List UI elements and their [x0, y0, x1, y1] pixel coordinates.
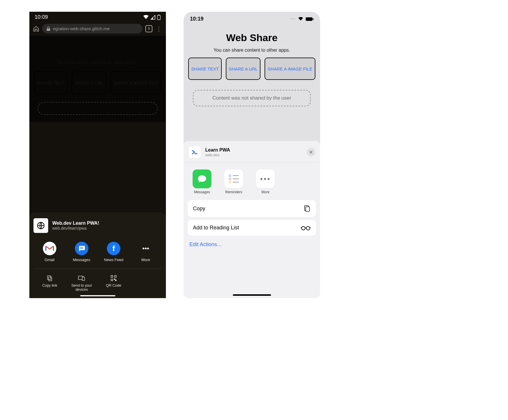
status-time: 10:09 — [35, 14, 48, 20]
android-page: Web Share You can share content to other… — [29, 36, 166, 122]
option-copy[interactable]: Copy — [188, 200, 316, 217]
lock-icon — [46, 26, 51, 31]
share-target-more[interactable]: ••• More — [253, 169, 278, 194]
overflow-menu-icon[interactable]: ⋮ — [155, 25, 162, 32]
svg-rect-15 — [306, 17, 312, 21]
messages-icon — [75, 242, 88, 255]
svg-rect-10 — [111, 275, 113, 277]
page-caption: You can share content to other apps. — [187, 48, 317, 53]
ios-device: 10:19 •••• Web Share You can share conte… — [184, 12, 320, 298]
messages-icon — [193, 169, 211, 188]
address-bar[interactable]: egration-web-share.glitch.me — [42, 24, 142, 33]
svg-rect-1 — [158, 15, 159, 15]
svg-rect-18 — [306, 207, 309, 211]
option-label: Copy — [193, 206, 205, 212]
action-label: Copy link — [42, 283, 57, 288]
share-source: web.dev — [205, 153, 230, 157]
action-label: Send to your devices — [67, 283, 96, 292]
home-icon[interactable] — [33, 26, 39, 32]
copy-icon — [46, 275, 53, 282]
edit-actions-link[interactable]: Edit Actions... — [184, 238, 320, 251]
ios-share-sheet: Learn PWA web.dev Messages — [184, 141, 320, 298]
action-copy-link[interactable]: Copy link — [35, 275, 64, 292]
share-text-button[interactable]: SHARE TEXT — [188, 58, 222, 80]
svg-point-19 — [302, 226, 305, 230]
page-title: Web Share — [187, 32, 317, 43]
more-icon: ••• — [139, 242, 152, 255]
home-indicator[interactable] — [80, 295, 115, 296]
share-title: Learn PWA — [205, 147, 230, 153]
tab-switcher[interactable]: 9 — [145, 25, 152, 32]
app-label: Reminders — [225, 190, 242, 194]
android-device: 10:09 egration-web-share.glitch.me 9 ⋮ — [29, 12, 166, 298]
wifi-icon — [298, 17, 304, 21]
action-spacer — [131, 275, 160, 292]
facebook-icon: f — [107, 242, 120, 255]
globe-icon — [33, 218, 48, 233]
share-url: web.dev/learn/pwa — [52, 226, 99, 231]
qr-icon — [110, 275, 117, 282]
share-target-gmail[interactable]: Gmail — [37, 242, 62, 262]
ios-page: Web Share You can share content to other… — [184, 23, 320, 112]
divider — [33, 268, 162, 269]
status-box: Content was not shared by the user — [193, 90, 311, 106]
share-url-button[interactable]: SHARE A URL — [226, 58, 260, 80]
battery-icon — [157, 15, 161, 20]
svg-point-20 — [306, 226, 310, 230]
app-label: News Feed — [104, 258, 123, 262]
home-indicator[interactable] — [233, 294, 271, 296]
share-title: Web.dev Learn PWA! — [52, 221, 99, 226]
app-label: Messages — [194, 190, 210, 194]
copy-docs-icon — [304, 205, 311, 212]
wifi-icon — [143, 15, 149, 20]
svg-rect-0 — [157, 15, 160, 20]
status-box — [38, 102, 158, 115]
app-label: Gmail — [45, 258, 55, 262]
option-reading-list[interactable]: Add to Reading List — [188, 220, 316, 236]
signal-icon: •••• — [290, 17, 296, 21]
share-url-button[interactable]: SHARE A URL — [72, 71, 106, 94]
action-label: QR Code — [106, 283, 121, 288]
app-label: More — [261, 190, 269, 194]
source-app-icon — [188, 146, 201, 159]
share-target-newsfeed[interactable]: f News Feed — [101, 242, 126, 262]
url-text: egration-web-share.glitch.me — [53, 26, 110, 31]
gmail-icon — [43, 242, 56, 255]
svg-rect-11 — [115, 275, 116, 277]
svg-rect-16 — [313, 18, 314, 20]
status-time: 10:19 — [190, 16, 203, 22]
svg-rect-6 — [49, 277, 52, 281]
svg-rect-7 — [48, 276, 51, 280]
more-icon: ••• — [256, 169, 275, 188]
glasses-icon — [301, 225, 311, 231]
share-image-button[interactable]: SHARE A IMAGE FILE — [265, 58, 315, 80]
devices-icon — [78, 275, 85, 282]
svg-rect-14 — [115, 280, 116, 281]
browser-toolbar: egration-web-share.glitch.me 9 ⋮ — [29, 21, 166, 36]
svg-rect-2 — [47, 28, 50, 31]
svg-rect-13 — [114, 279, 115, 280]
share-text-button[interactable]: SHARE TEXT — [34, 71, 68, 94]
svg-rect-9 — [82, 277, 85, 280]
app-label: Messages — [73, 258, 90, 262]
signal-icon — [151, 15, 155, 20]
app-label: More — [142, 258, 150, 262]
share-target-messages[interactable]: Messages — [69, 242, 94, 262]
option-label: Add to Reading List — [193, 225, 239, 231]
ios-status-bar: 10:19 •••• — [184, 12, 320, 23]
share-target-more[interactable]: ••• More — [133, 242, 158, 262]
share-image-button[interactable]: SHARE A IMAGE FILE — [110, 71, 161, 94]
android-share-sheet: Web.dev Learn PWA! web.dev/learn/pwa Gma… — [29, 212, 166, 298]
svg-rect-5 — [80, 248, 83, 249]
battery-icon — [305, 17, 314, 21]
android-status-bar: 10:09 — [29, 12, 166, 21]
action-send-devices[interactable]: Send to your devices — [67, 275, 96, 292]
action-qr-code[interactable]: QR Code — [99, 275, 128, 292]
close-icon[interactable] — [307, 148, 315, 157]
page-title: Web Share — [33, 43, 162, 54]
svg-rect-12 — [111, 279, 113, 281]
reminders-icon — [224, 169, 243, 188]
share-target-messages[interactable]: Messages — [189, 169, 215, 194]
share-target-reminders[interactable]: Reminders — [221, 169, 246, 194]
page-caption: You can share content to other apps. — [33, 60, 162, 65]
